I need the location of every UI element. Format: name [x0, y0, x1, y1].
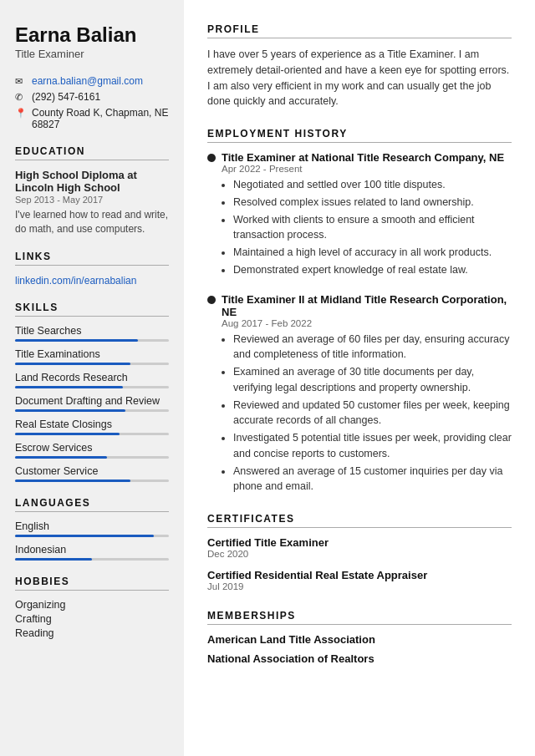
certificates-header: CERTIFICATES [207, 513, 512, 528]
language-label: Indonesian [15, 544, 169, 556]
certificates-list: Certified Title Examiner Dec 2020 Certif… [207, 536, 512, 591]
skill-bar-fill [15, 479, 130, 482]
skill-label: Real Estate Closings [15, 419, 169, 430]
languages-header: LANGUAGES [15, 497, 169, 512]
job-entry: Title Examiner II at Midland Title Resea… [207, 293, 512, 495]
job-bullets-list: Negotiated and settled over 100 title di… [222, 177, 512, 278]
job-bullet: Reviewed an average of 60 files per day,… [233, 332, 512, 363]
skill-label: Customer Service [15, 465, 169, 477]
links-header: LINKS [15, 251, 169, 266]
skill-bar-fill [15, 386, 123, 388]
contact-section: ✉ earna.balian@gmail.com ✆ (292) 547-616… [15, 75, 169, 130]
education-dates: Sep 2013 - May 2017 [15, 195, 169, 205]
skill-bar-background [15, 409, 169, 412]
skill-bar-fill [15, 409, 125, 412]
job-dot [207, 154, 216, 162]
skill-bar-background [15, 456, 169, 459]
sidebar: Earna Balian Title Examiner ✉ earna.bali… [0, 0, 184, 756]
certificate-date: Jul 2019 [207, 581, 512, 591]
skill-bar-background [15, 363, 169, 365]
language-bar-background [15, 535, 169, 537]
job-bullets-list: Reviewed an average of 60 files per day,… [222, 332, 512, 495]
skill-label: Title Examinations [15, 348, 169, 360]
skill-bar-background [15, 339, 169, 342]
skill-bar-fill [15, 339, 138, 342]
job-title: Title Examiner at National Title Researc… [222, 151, 504, 164]
certificate-entry: Certified Residential Real Estate Apprai… [207, 569, 512, 591]
skill-item: Title Examinations [15, 348, 169, 365]
skill-bar-background [15, 433, 169, 435]
membership-entry: National Association of Realtors [207, 652, 512, 665]
job-bullet: Resolved complex issues related to land … [233, 195, 512, 211]
languages-list: English Indonesian [15, 520, 169, 561]
skill-label: Escrow Services [15, 442, 169, 454]
skill-bar-fill [15, 363, 130, 365]
job-bullet: Maintained a high level of accuracy in a… [233, 245, 512, 261]
education-description: I've learned how to read and write, do m… [15, 208, 169, 236]
links-section: linkedin.com/in/earnabalian [15, 274, 169, 287]
memberships-header: MEMBERSHIPS [207, 610, 512, 625]
candidate-job-title: Title Examiner [15, 48, 169, 60]
skill-bar-background [15, 386, 169, 388]
skill-item: Title Searches [15, 325, 169, 342]
email-icon: ✉ [15, 76, 26, 87]
membership-entry: American Land Title Association [207, 633, 512, 646]
email-contact: ✉ earna.balian@gmail.com [15, 75, 169, 87]
address-contact: 📍 County Road K, Chapman, NE 68827 [15, 107, 169, 130]
language-bar-fill [15, 535, 154, 537]
language-label: English [15, 520, 169, 532]
skill-bar-background [15, 479, 169, 482]
certificate-name: Certified Title Examiner [207, 536, 512, 549]
linkedin-link[interactable]: linkedin.com/in/earnabalian [15, 275, 136, 287]
job-bullet: Investigated 5 potential title issues pe… [233, 430, 512, 462]
hobby-item: Crafting [15, 613, 169, 625]
memberships-list: American Land Title AssociationNational … [207, 633, 512, 665]
job-bullet: Worked with clients to ensure a smooth a… [233, 212, 512, 244]
skills-header: SKILLS [15, 302, 169, 317]
skill-item: Escrow Services [15, 442, 169, 459]
hobby-item: Organizing [15, 599, 169, 611]
certificate-date: Dec 2020 [207, 549, 512, 559]
hobby-item: Reading [15, 627, 169, 639]
skill-bar-fill [15, 433, 120, 435]
certificate-entry: Certified Title Examiner Dec 2020 [207, 536, 512, 559]
language-bar-fill [15, 558, 92, 561]
job-bullet: Answered an average of 15 customer inqui… [233, 464, 512, 495]
location-icon: 📍 [15, 108, 26, 119]
job-bullet: Demonstrated expert knowledge of real es… [233, 262, 512, 278]
job-bullet: Reviewed and updated 50 customer files p… [233, 398, 512, 429]
job-bullet: Negotiated and settled over 100 title di… [233, 177, 512, 193]
main-content: PROFILE I have over 5 years of experienc… [184, 0, 535, 756]
language-bar-background [15, 558, 169, 561]
email-link[interactable]: earna.balian@gmail.com [32, 75, 143, 87]
education-degree: High School Diploma at Lincoln High Scho… [15, 169, 169, 194]
job-title-line: Title Examiner at National Title Researc… [207, 151, 512, 164]
language-item: English [15, 520, 169, 537]
language-item: Indonesian [15, 544, 169, 561]
certificate-name: Certified Residential Real Estate Apprai… [207, 569, 512, 581]
profile-text: I have over 5 years of experience as a T… [207, 47, 512, 109]
profile-header: PROFILE [207, 23, 512, 38]
skill-item: Customer Service [15, 465, 169, 482]
skill-label: Land Records Research [15, 372, 169, 383]
job-entry: Title Examiner at National Title Researc… [207, 151, 512, 278]
job-bullet: Examined an average of 30 title document… [233, 364, 512, 396]
job-dates: Aug 2017 - Feb 2022 [222, 318, 512, 328]
skill-bar-fill [15, 456, 107, 459]
job-dot [207, 296, 216, 304]
skill-item: Document Drafting and Review [15, 395, 169, 412]
address-text: County Road K, Chapman, NE 68827 [32, 107, 169, 130]
job-title: Title Examiner II at Midland Title Resea… [222, 293, 512, 318]
phone-number: (292) 547-6161 [32, 91, 100, 103]
hobbies-header: HOBBIES [15, 576, 169, 591]
hobbies-list: OrganizingCraftingReading [15, 599, 169, 639]
job-dates: Apr 2022 - Present [222, 164, 512, 174]
skill-label: Title Searches [15, 325, 169, 337]
skill-label: Document Drafting and Review [15, 395, 169, 407]
phone-icon: ✆ [15, 92, 26, 103]
phone-contact: ✆ (292) 547-6161 [15, 91, 169, 103]
skill-item: Real Estate Closings [15, 419, 169, 435]
candidate-name: Earna Balian [15, 23, 169, 48]
skill-item: Land Records Research [15, 372, 169, 388]
skills-list: Title Searches Title Examinations Land R… [15, 325, 169, 482]
